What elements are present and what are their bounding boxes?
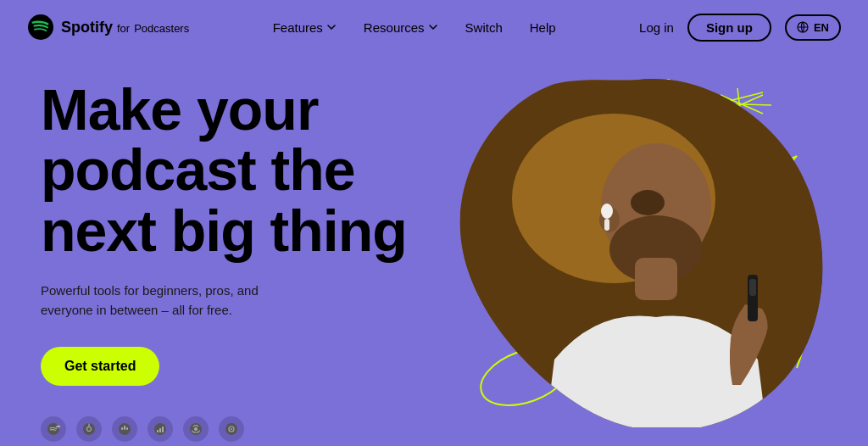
- logo-for-text: for: [117, 22, 130, 35]
- logo-spotify-text: Spotify: [61, 19, 113, 36]
- overcast-icon: [183, 416, 209, 442]
- hero-title: Make your podcast the next big thing: [41, 80, 448, 261]
- svg-rect-41: [749, 279, 756, 296]
- get-started-button[interactable]: Get started: [41, 347, 159, 386]
- language-label: EN: [814, 21, 829, 34]
- svg-point-0: [28, 14, 53, 40]
- logo-podcasters-text: Podcasters: [134, 22, 189, 35]
- svg-point-37: [601, 203, 613, 219]
- nav-right: Log in Sign up EN: [639, 14, 841, 42]
- svg-rect-23: [157, 430, 159, 432]
- globe-icon: [797, 21, 809, 33]
- hero-image-area: [393, 54, 868, 446]
- spotify-platform-icon: [41, 416, 66, 442]
- hero-content: Make your podcast the next big thing Pow…: [41, 80, 448, 446]
- blob-container: [444, 71, 834, 427]
- spotify-logo-icon: [27, 14, 54, 41]
- login-button[interactable]: Log in: [639, 20, 674, 35]
- language-selector[interactable]: EN: [785, 14, 841, 41]
- nav-help[interactable]: Help: [530, 20, 556, 35]
- svg-rect-19: [124, 426, 125, 430]
- hero-subtitle: Powerful tools for beginners, pros, and …: [41, 282, 295, 320]
- svg-rect-24: [159, 428, 161, 432]
- signup-button[interactable]: Sign up: [687, 14, 771, 42]
- nav-center: Features Resources Switch Help: [273, 20, 556, 35]
- castbox-icon: [219, 416, 244, 442]
- logo-link[interactable]: Spotify for Podcasters: [27, 14, 189, 41]
- nav-resources[interactable]: Resources: [364, 20, 438, 35]
- features-label: Features: [273, 20, 323, 35]
- svg-rect-25: [162, 426, 164, 432]
- hero-section: Make your podcast the next big thing Pow…: [0, 54, 868, 446]
- hero-image-blob: [444, 71, 834, 427]
- svg-rect-20: [121, 427, 123, 430]
- svg-rect-35: [635, 258, 677, 300]
- svg-point-39: [631, 190, 665, 215]
- svg-rect-21: [126, 427, 128, 430]
- svg-point-30: [231, 428, 232, 430]
- help-label: Help: [530, 20, 556, 35]
- svg-point-14: [47, 423, 59, 435]
- platform-icons-row: [41, 416, 448, 442]
- apple-podcast-icon: [76, 416, 102, 442]
- resources-chevron-icon: [428, 22, 438, 32]
- svg-point-27: [194, 427, 198, 431]
- main-nav: Spotify for Podcasters Features Resource…: [0, 0, 868, 54]
- nav-features[interactable]: Features: [273, 20, 337, 35]
- resources-label: Resources: [364, 20, 425, 35]
- google-podcast-icon: [112, 416, 137, 442]
- features-chevron-icon: [326, 22, 337, 32]
- svg-rect-38: [604, 219, 609, 231]
- switch-label: Switch: [465, 20, 503, 35]
- chartable-icon: [147, 416, 173, 442]
- nav-switch[interactable]: Switch: [465, 20, 503, 35]
